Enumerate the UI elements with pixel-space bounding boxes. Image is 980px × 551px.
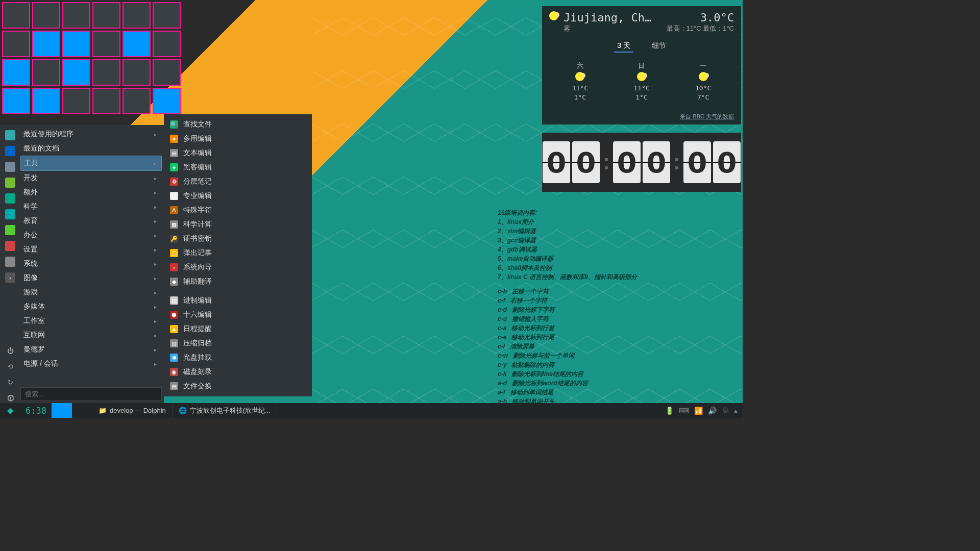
pager-cell[interactable] bbox=[92, 31, 120, 57]
menu-item[interactable]: 设置▸ bbox=[20, 242, 162, 257]
pager-cell[interactable] bbox=[62, 2, 90, 29]
submenu-item[interactable]: A特殊字符 bbox=[164, 203, 312, 217]
tab-3day[interactable]: 3 天 bbox=[614, 40, 633, 53]
taskbar-task-browser[interactable]: 🌐 宁波欣创电子科技(欣世纪... bbox=[173, 403, 277, 418]
pager-cell[interactable] bbox=[2, 31, 30, 57]
pager-cell[interactable] bbox=[2, 2, 30, 29]
clock-digit: 0 bbox=[713, 141, 741, 183]
submenu-item[interactable]: ●黑客编辑 bbox=[164, 160, 312, 174]
submenu-item[interactable]: ◉磁盘刻录 bbox=[164, 365, 312, 379]
show-desktop[interactable] bbox=[52, 403, 72, 418]
pager-cell[interactable] bbox=[122, 2, 151, 29]
clock-digit: 0 bbox=[572, 141, 600, 183]
pager-cell[interactable] bbox=[32, 88, 60, 114]
menu-item[interactable]: 教育▸ bbox=[20, 214, 162, 228]
clock-digit: 0 bbox=[613, 141, 641, 183]
submenu-item[interactable]: ▢弹出记事 bbox=[164, 246, 312, 260]
menu-item[interactable]: 图像▸ bbox=[20, 271, 162, 285]
pager-cell[interactable] bbox=[62, 59, 90, 86]
pager-cell[interactable] bbox=[62, 31, 90, 57]
menu-item[interactable]: 工具▸ bbox=[20, 156, 162, 171]
submenu-item[interactable]: ◆辅助翻译 bbox=[164, 274, 312, 289]
weather-source-link[interactable]: 来自 BBC 天气的数据 bbox=[680, 113, 734, 120]
pager-cell[interactable] bbox=[2, 59, 30, 86]
submenu-item[interactable]: ⬢十六编辑 bbox=[164, 308, 312, 322]
app-icon[interactable] bbox=[5, 193, 15, 204]
app-icon[interactable] bbox=[5, 241, 15, 251]
menu-item[interactable]: 多媒体▸ bbox=[20, 299, 162, 314]
volume-icon[interactable]: 🔊 bbox=[708, 407, 717, 415]
submenu-item[interactable]: ✱光盘挂载 bbox=[164, 350, 312, 365]
weather-widget[interactable]: Jiujiang, Ch… 雾 3.0°C 最高：11°C 最低：1°C 3 天… bbox=[542, 6, 741, 124]
forecast-day: 一10°C7°C bbox=[695, 60, 711, 103]
submenu-item[interactable]: ▤文本编辑 bbox=[164, 146, 312, 160]
submenu-item[interactable]: ▥压缩归档 bbox=[164, 336, 312, 350]
menu-item[interactable]: 科学▸ bbox=[20, 199, 162, 214]
menu-item[interactable]: 曼德罗▸ bbox=[20, 342, 162, 357]
folder-icon: 📁 bbox=[99, 407, 107, 414]
submenu-item[interactable]: ▲日程提醒 bbox=[164, 322, 312, 336]
pager-cell[interactable] bbox=[92, 59, 120, 86]
printer-icon[interactable]: 🖶 bbox=[722, 407, 729, 415]
taskbar-clock[interactable]: 6:38 bbox=[20, 406, 52, 416]
network-icon[interactable]: 📶 bbox=[694, 407, 703, 415]
keyboard-icon[interactable]: ⌨ bbox=[679, 407, 689, 415]
submenu-item[interactable]: ▤进制编辑 bbox=[164, 293, 312, 308]
menu-item[interactable]: 电源 / 会话▸ bbox=[20, 357, 162, 371]
pager-cell[interactable] bbox=[122, 31, 151, 57]
menu-categories: 最近使用的程序▸最近的文档工具▸开发▸额外▸科学▸教育▸办公▸设置▸系统▸图像▸… bbox=[20, 125, 164, 403]
tray-expand-icon[interactable]: ▴ bbox=[734, 407, 738, 415]
pager-cell[interactable] bbox=[32, 2, 60, 29]
weather-current-temp: 3.0°C bbox=[667, 11, 734, 24]
pager-cell[interactable] bbox=[153, 59, 181, 86]
submenu-item[interactable]: ›系统向导 bbox=[164, 260, 312, 274]
restart-icon[interactable]: ⟲ bbox=[5, 361, 15, 371]
taskbar-task-dolphin[interactable]: 📁 develop — Dolphin bbox=[92, 403, 173, 418]
vbox-icon[interactable] bbox=[5, 162, 15, 172]
submenu-item[interactable]: ▤专业编辑 bbox=[164, 189, 312, 203]
menu-item[interactable]: 系统▸ bbox=[20, 257, 162, 271]
menu-item[interactable]: 最近的文档 bbox=[20, 141, 162, 156]
terminal-icon[interactable] bbox=[5, 257, 15, 267]
pager-cell[interactable] bbox=[62, 88, 90, 114]
shutdown-icon[interactable]: ⏼ bbox=[5, 393, 15, 403]
lock-icon[interactable]: ⏻ bbox=[5, 345, 15, 356]
submenu-item[interactable]: ▦科学计算 bbox=[164, 217, 312, 232]
tab-details[interactable]: 细节 bbox=[649, 40, 669, 53]
menu-item[interactable]: 工作室▸ bbox=[20, 314, 162, 328]
menu-item[interactable]: 开发▸ bbox=[20, 171, 162, 185]
pager-cell[interactable] bbox=[32, 59, 60, 86]
menu-launcher[interactable]: ◆ bbox=[0, 403, 20, 418]
menu-item[interactable]: 办公▸ bbox=[20, 228, 162, 242]
pager-cell[interactable] bbox=[92, 88, 120, 114]
atom-icon[interactable] bbox=[5, 225, 15, 235]
pager-cell[interactable] bbox=[122, 59, 151, 86]
pager-cell[interactable] bbox=[32, 31, 60, 57]
menu-search bbox=[20, 387, 162, 401]
submenu-item[interactable]: ❁分层笔记 bbox=[164, 174, 312, 189]
menu-item[interactable]: 互联网▸ bbox=[20, 328, 162, 342]
files-icon[interactable] bbox=[5, 146, 15, 156]
virtual-desktop-pager[interactable] bbox=[2, 2, 181, 114]
logout-icon[interactable]: ↻ bbox=[5, 377, 15, 387]
submenu-item[interactable]: ▤文件交换 bbox=[164, 379, 312, 393]
pager-cell[interactable] bbox=[153, 2, 181, 29]
submenu-item[interactable]: 🔍查找文件 bbox=[164, 117, 312, 132]
clock-widget[interactable]: 0 0 : 0 0 : 0 0 bbox=[542, 133, 741, 192]
pager-cell[interactable] bbox=[122, 88, 151, 114]
search-input[interactable] bbox=[20, 387, 162, 401]
arduino-icon[interactable] bbox=[5, 209, 15, 219]
menu-item[interactable]: 额外▸ bbox=[20, 185, 162, 199]
submenu-item[interactable]: ●多用编辑 bbox=[164, 132, 312, 146]
android-studio-icon[interactable] bbox=[5, 178, 15, 188]
pager-cell[interactable] bbox=[2, 88, 30, 114]
battery-icon[interactable]: 🔋 bbox=[665, 407, 674, 415]
submenu-item[interactable]: 🔑证书密钥 bbox=[164, 232, 312, 246]
pager-cell[interactable] bbox=[153, 88, 181, 114]
menu-item[interactable]: 最近使用的程序▸ bbox=[20, 127, 162, 141]
pager-cell[interactable] bbox=[153, 31, 181, 57]
more-icon[interactable]: › bbox=[5, 272, 15, 283]
app-icon[interactable] bbox=[5, 130, 15, 140]
pager-cell[interactable] bbox=[92, 2, 120, 29]
menu-item[interactable]: 游戏▸ bbox=[20, 285, 162, 299]
